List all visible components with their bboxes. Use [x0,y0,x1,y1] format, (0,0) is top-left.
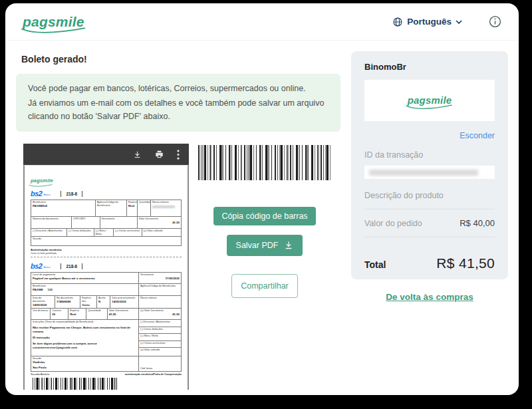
info-icon [489,15,501,28]
download-icon [284,241,293,250]
back-to-shopping-link[interactable]: De volta às compras [364,292,495,302]
actions-column: Cópia código de barras Salvar PDF Compar… [189,144,340,390]
autenticacao-label: Autenticação mecânica [31,248,182,251]
share-button[interactable]: Compartilhar [231,274,298,298]
total-value: R$ 41,50 [436,255,495,271]
page-card: pagsmile Português Boleto gerado! Você p… [5,3,519,395]
logo-swoosh-icon [29,184,53,187]
save-pdf-button[interactable]: Salvar PDF [227,235,303,256]
copy-barcode-button[interactable]: Cópia código de barras [213,207,315,225]
boleto-barcode-image [33,378,118,390]
pdf-download-button[interactable] [133,150,142,159]
language-label: Português [407,17,452,27]
pdf-menu-button[interactable] [177,150,180,160]
boleto-document[interactable]: pagsmile bs2 Banco 218-6 BeneficiárioPAG… [23,165,189,390]
product-description-label: Descrição do produto [364,191,444,200]
boleto-table-1: BeneficiárioPAGSMILE Agência/Código do B… [31,200,182,246]
printer-icon [154,150,164,159]
order-value-row: Valor do pedido R$ 40,00 [364,209,495,237]
bs2-logo: bs2 [31,190,42,198]
bank-row: bs2 Banco 218-6 [31,262,182,270]
notice-line-1: Você pode pagar em bancos, lotéricas, Co… [28,82,329,95]
product-description-row: Descrição do produto [364,189,495,209]
boleto-footer: Sacador/Avalista autenticação mecânica/F… [31,373,182,376]
pdf-toolbar [23,144,189,165]
main-column: Boleto gerado! Você pode pagar em bancos… [16,51,340,390]
bank-row: bs2 Banco 218-6 [31,190,182,198]
transaction-id-label: ID da transação [364,150,495,160]
chevron-down-icon [456,20,462,24]
boleto-table-2: Local de pagamentoPagável em qualquer Ba… [31,272,182,372]
cut-line [31,257,182,257]
pdf-print-button[interactable] [154,150,164,159]
order-value-label: Valor do pedido [364,219,422,228]
header-actions: Português [388,15,501,28]
boleto-pagsmile-logo: pagsmile [31,173,53,185]
blurred-transaction-id [369,170,478,176]
kebab-menu-icon [177,150,180,160]
bank-code: 218-6 [61,263,82,269]
download-icon [133,150,142,159]
language-selector[interactable]: Português [388,16,466,28]
content: Boleto gerado! Você pode pagar em bancos… [5,41,519,390]
order-summary-panel: BinomoBr pagsmile Esconder ID da transaç… [351,51,508,279]
notice-box: Você pode pagar em bancos, lotéricas, Co… [16,74,340,132]
document-row: pagsmile bs2 Banco 218-6 BeneficiárioPAG… [23,144,340,390]
logo-swoosh-icon [21,27,86,34]
info-button[interactable] [489,15,501,28]
order-value: R$ 40,00 [460,218,495,228]
page-title: Boleto gerado! [21,54,340,65]
hide-link[interactable]: Esconder [364,131,495,140]
pdf-viewer: pagsmile bs2 Banco 218-6 BeneficiárioPAG… [23,144,189,390]
bank-code: 218-6 [61,191,82,197]
transaction-id-value [364,166,495,179]
barcode-image [198,145,331,180]
notice-line-2: Já enviamos um e-mail com os detalhes e … [28,97,329,123]
pagsmile-logo: pagsmile [23,14,84,30]
bs2-logo: bs2 [31,262,42,270]
bs2-logo-sub: Banco [43,194,50,196]
header: pagsmile Português [5,3,519,41]
globe-icon [392,17,403,27]
blurred-value [152,205,175,208]
pagsmile-logo: pagsmile [408,94,452,106]
save-pdf-label: Salvar PDF [236,241,279,250]
bs2-logo-sub: Banco [43,266,50,269]
corte-label: Corte na linha pontilhada [31,252,182,255]
merchant-logo-box: pagsmile [364,80,495,121]
merchant-name: BinomoBr [364,62,495,72]
total-label: Total [364,259,386,270]
logo-swoosh-icon [406,104,453,110]
total-row: Total R$ 41,50 [364,255,495,271]
